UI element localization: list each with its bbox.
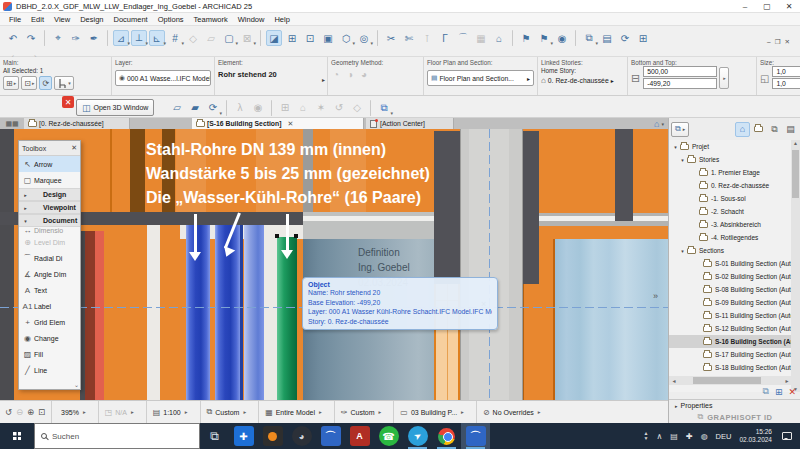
navigator-hscrollbar[interactable]: ◂▸ [669, 376, 792, 385]
flag-start-icon[interactable]: ⚑ [518, 30, 534, 46]
perspective-icon[interactable]: ⊞ [277, 100, 293, 116]
tool-radial-dimension[interactable]: ⌒ Radial Di [19, 250, 80, 266]
minimize-button[interactable]: – [734, 0, 756, 13]
relative-construction-icon[interactable]: ◇ [185, 30, 201, 46]
capture-view-icon[interactable]: ◉ [554, 30, 570, 46]
archicad-launcher-icon[interactable]: ⌒ [316, 423, 345, 449]
sun-settings-icon[interactable]: ✶ [313, 100, 329, 116]
tool-fill[interactable]: ▨ Fill [19, 346, 80, 362]
fit-in-window-icon[interactable]: ⊡ [36, 407, 47, 417]
group-document[interactable]: ▾ Document [19, 214, 80, 227]
tree-section[interactable]: S-08 Building Section (Auto- [669, 283, 792, 296]
geometry-method-icon[interactable]: ◑ [347, 69, 353, 80]
tab-action-center[interactable]: [Action Center] [366, 118, 454, 129]
delete-button[interactable]: ✕ [788, 387, 796, 397]
tree-sections[interactable]: ▾ Sections [669, 244, 792, 257]
menu-document[interactable]: Document [109, 15, 153, 24]
graphisoft-id-bar[interactable]: ⧉ GRAPHISOFT ID [669, 411, 800, 423]
structure-display-selector[interactable]: ▦Entire Model [258, 401, 330, 423]
snap-guides-icon[interactable]: ⟂ [131, 30, 147, 46]
geometry-method-icon[interactable]: ◕ [361, 69, 367, 80]
close-button[interactable]: ✕ [778, 0, 800, 13]
tool-dimension[interactable]: ↔ Dimensio [19, 227, 80, 234]
menu-teamwork[interactable]: Teamwork [189, 15, 233, 24]
elevation-expander[interactable]: ▸ [719, 67, 729, 89]
flag-options-icon[interactable]: ⚑ [536, 30, 552, 46]
3d-window-solid-icon[interactable]: ▰ [187, 100, 203, 116]
overrides-selector[interactable]: ⊘No Overrides [476, 401, 549, 423]
menu-window[interactable]: Window [233, 15, 270, 24]
portable-apps-icon[interactable]: ✚ [229, 423, 258, 449]
tool-grid-element[interactable]: + Grid Elem [19, 314, 80, 330]
corner-icon[interactable]: Γ [437, 30, 453, 46]
bottom-elevation-input[interactable]: -499,20 [643, 78, 717, 89]
drag-mode-button[interactable]: ⟳ [39, 76, 52, 90]
tree-section-selected[interactable]: S-16 Building Section (Auto [669, 335, 792, 348]
filter-elements-icon[interactable]: ▣ [320, 30, 336, 46]
toolbox-scroll-down-icon[interactable]: ⌄ [74, 381, 79, 388]
language-indicator[interactable]: DEU [716, 432, 732, 441]
document-window-controls[interactable]: –❐✕ [767, 38, 794, 46]
menu-file[interactable]: File [4, 15, 26, 24]
water-pipe-light-blue[interactable] [244, 225, 264, 400]
tree-story[interactable]: -4. Rotliegendes [669, 231, 792, 244]
top-elevation-input[interactable]: 500,00 [643, 66, 717, 77]
scroll-arrows-icon[interactable]: ▲▼ [644, 431, 649, 441]
clone-view-button[interactable]: ⧉ [762, 386, 768, 397]
clock[interactable]: 15:26 02.03.2024 [739, 428, 772, 444]
linked-stories-expander[interactable]: ▸ [611, 77, 614, 84]
task-view-button[interactable]: ⧉ [200, 423, 229, 449]
tool-text[interactable]: A Text [19, 282, 80, 298]
intersect-icon[interactable]: ⊺ [419, 30, 435, 46]
zoom-in-icon[interactable]: ⊕ [25, 407, 36, 417]
tab-overview-icon[interactable]: ▦▦ [0, 119, 24, 129]
group-viewpoint[interactable]: ▸ Viewpoint [19, 201, 80, 214]
orbit-icon[interactable]: ◎ [356, 30, 372, 46]
element-expander[interactable]: ▸ [322, 76, 325, 83]
reset-view-icon[interactable]: ↺ [331, 100, 347, 116]
new-folder-button[interactable]: ⊞ [775, 387, 783, 397]
start-button[interactable] [0, 423, 34, 449]
axonometry-icon[interactable]: ⌂ [295, 100, 311, 116]
telegram-icon[interactable]: ➤ [403, 423, 432, 449]
redo-icon[interactable]: ↷ [23, 30, 39, 46]
pin-window-icon[interactable]: ⧉ [581, 30, 597, 46]
chrome-icon[interactable] [432, 423, 461, 449]
walk-mode-icon[interactable]: λ [232, 100, 248, 116]
tree-projet[interactable]: ▾ Projet [669, 140, 792, 153]
undo-icon[interactable]: ↶ [5, 30, 21, 46]
obs-icon[interactable]: ◕ [287, 423, 316, 449]
water-pipe-green-selected[interactable] [277, 237, 297, 400]
gravity-icon[interactable]: ⊾ [149, 30, 165, 46]
tool-change[interactable]: ◉ Change [19, 330, 80, 346]
quick-navigate-home[interactable]: ⌂▾ [654, 119, 664, 129]
toolbox-close-icon[interactable]: ✕ [71, 144, 77, 152]
3d-style-icon[interactable]: ◇ [349, 100, 365, 116]
menu-edit[interactable]: Edit [26, 15, 49, 24]
suspend-groups-icon[interactable]: ⊠ [239, 30, 255, 46]
pen-set-selector[interactable]: ✑Custom [334, 401, 390, 423]
navigator-tab-layout-book[interactable]: ⧉ [767, 122, 782, 137]
drawing-canvas[interactable]: × » Stahl-Rohre DN 139 mm (innen)Wandstä… [0, 129, 668, 400]
adjust-icon[interactable]: ✄ [401, 30, 417, 46]
selection-handle[interactable] [294, 234, 298, 238]
tool-marquee[interactable]: ▢ Marquee [19, 172, 80, 188]
duplicate-window-icon[interactable]: ▤ [599, 30, 615, 46]
tree-story[interactable]: -1. Sous-sol [669, 192, 792, 205]
tree-story[interactable]: -2. Schacht [669, 205, 792, 218]
tool-angle-dimension[interactable]: ∡ Angle Dim [19, 266, 80, 282]
trace-options-icon[interactable]: ⊞ [284, 30, 300, 46]
guide-lines-icon[interactable]: ⊿ [113, 30, 129, 46]
tool-line[interactable]: ╱ Line [19, 362, 80, 378]
relative-construction2-icon[interactable]: ▱ [203, 30, 219, 46]
navigator-vscrollbar[interactable]: ▲ ▼ [791, 140, 800, 392]
tree-section[interactable]: S-12 Building Section (Auto- [669, 322, 792, 335]
fillet-icon[interactable]: ⌒ [455, 30, 471, 46]
size-height-input[interactable]: 1,0 [772, 78, 800, 89]
selection-handle[interactable] [275, 234, 279, 238]
notification-center-icon[interactable] [782, 432, 792, 440]
zoom-tool-icon[interactable]: ⌖ [50, 30, 66, 46]
tree-section[interactable]: S-11 Building Section (Auto- [669, 309, 792, 322]
tool-level-dimension[interactable]: ⊕ Level Dim [19, 234, 80, 250]
inject-parameters-icon[interactable]: ✒ [86, 30, 102, 46]
